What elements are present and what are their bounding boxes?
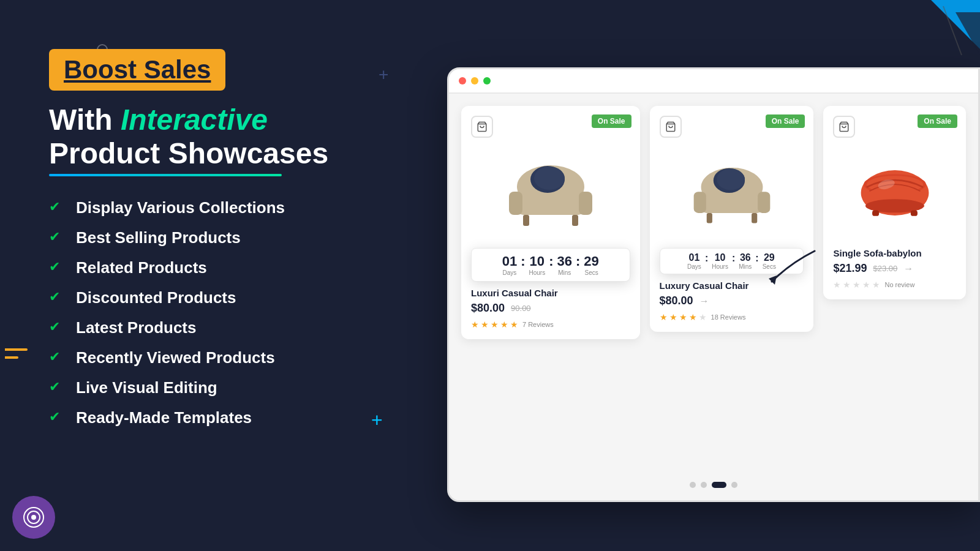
feature-item: ✔ Best Selling Products [49, 228, 392, 247]
dot-2[interactable] [701, 482, 707, 488]
check-icon-best-selling: ✔ [49, 229, 67, 247]
svg-rect-16 [572, 215, 578, 226]
svg-rect-22 [693, 192, 706, 213]
browser-dot-expand [483, 77, 491, 84]
svg-rect-12 [517, 198, 584, 215]
sofa-svg-1 [502, 156, 600, 230]
sofa-svg-2 [686, 159, 778, 227]
check-icon-related: ✔ [49, 259, 67, 277]
browser-dot-minimize [471, 77, 478, 84]
feature-item: ✔ Recently Viewed Products [49, 348, 392, 367]
svg-point-11 [534, 167, 565, 190]
product-card-1: On Sale [461, 106, 640, 339]
countdown-sep: : [549, 255, 553, 276]
with-text: With [49, 103, 113, 136]
star-5: ★ [510, 320, 518, 329]
star-2: ★ [669, 312, 677, 322]
svg-rect-32 [872, 211, 879, 216]
features-list: ✔ Display Various Collections ✔ Best Sel… [49, 198, 392, 427]
check-icon-recently-viewed: ✔ [49, 349, 67, 367]
feature-item: ✔ Latest Products [49, 318, 392, 337]
interactive-text: Interactive [121, 103, 268, 136]
left-content: Boost Sales With Interactive Product Sho… [49, 49, 392, 427]
svg-rect-21 [701, 197, 763, 213]
countdown-secs-1: 29 Secs [584, 253, 598, 276]
price-arrow-2: → [699, 296, 709, 307]
browser-frame: On Sale [447, 67, 980, 502]
product-stars-2: ★ ★ ★ ★ ★ 18 Reviews [660, 312, 804, 322]
price-current-3: $21.99 [833, 262, 867, 275]
on-sale-badge-1: On Sale [592, 114, 631, 128]
feature-label-related: Related Products [76, 258, 207, 277]
feature-item: ✔ Ready-Made Templates [49, 408, 392, 427]
browser-top-bar [449, 69, 978, 94]
price-old-1: 90.00 [511, 304, 531, 313]
product-name-3: Single Sofa-babylon [833, 248, 956, 258]
star-3: ★ [679, 312, 687, 322]
dot-4[interactable] [731, 482, 737, 488]
feature-label-discounted: Discounted Products [76, 288, 236, 307]
feature-label-recently-viewed: Recently Viewed Products [76, 348, 275, 367]
star-4: ★ [862, 280, 870, 290]
countdown-hours-1: 10 Hours [529, 253, 546, 276]
product-image-2 [660, 144, 804, 242]
price-arrow-3: → [903, 263, 913, 274]
sofa-svg-3 [849, 156, 941, 230]
countdown-hours-2: 10 Hours [712, 252, 728, 270]
svg-rect-13 [509, 192, 522, 215]
svg-marker-35 [769, 276, 777, 285]
dot-1[interactable] [690, 482, 696, 488]
svg-point-20 [717, 169, 745, 190]
cart-button-3[interactable] [833, 116, 855, 138]
countdown-sep: : [576, 255, 580, 276]
price-current-2: $80.00 [660, 294, 693, 307]
feature-item: ✔ Related Products [49, 258, 392, 277]
product-image-1 [471, 144, 630, 242]
countdown-mins-1: 36 Mins [557, 253, 572, 276]
product-image-3 [833, 144, 956, 242]
product-name-1: Luxuri Casual Chair [471, 288, 630, 298]
check-icon-discounted: ✔ [49, 289, 67, 307]
star-3: ★ [853, 280, 861, 290]
dot-3[interactable] [712, 482, 726, 488]
check-icon-templates: ✔ [49, 409, 67, 427]
check-icon-live-editing: ✔ [49, 379, 67, 397]
check-icon-collections: ✔ [49, 199, 67, 217]
star-1: ★ [471, 320, 479, 329]
main-headline: With Interactive Product Showcases [49, 103, 392, 170]
star-2: ★ [481, 320, 489, 329]
countdown-timer-1: 01 Days : 10 Hours : 36 Mins [471, 248, 630, 282]
browser-dot-close [459, 77, 466, 84]
on-sale-badge-3: On Sale [918, 114, 957, 128]
cart-button-2[interactable] [660, 116, 682, 138]
browser-content: On Sale [449, 94, 978, 500]
feature-label-best-selling: Best Selling Products [76, 228, 241, 247]
arrow-decoration [766, 239, 827, 288]
reviews-count-2: 18 Reviews [711, 313, 746, 321]
feature-label-live-editing: Live Visual Editing [76, 378, 217, 397]
feature-item: ✔ Display Various Collections [49, 198, 392, 217]
cart-button-1[interactable] [471, 116, 493, 138]
headline-underline [49, 174, 282, 176]
svg-rect-25 [752, 213, 757, 223]
countdown-sep-2: : [705, 253, 708, 269]
star-3: ★ [491, 320, 499, 329]
product-price-3: $21.99 $23.00 → [833, 262, 956, 275]
star-5: ★ [872, 280, 880, 290]
countdown-mins-2: 36 Mins [739, 252, 752, 270]
right-section: On Sale [410, 37, 980, 539]
countdown-days-2: 01 Days [687, 252, 701, 270]
feature-item: ✔ Discounted Products [49, 288, 392, 307]
on-sale-badge-2: On Sale [766, 114, 805, 128]
product-price-1: $80.00 90.00 [471, 302, 630, 315]
reviews-count-3: No review [884, 281, 914, 288]
star-5: ★ [699, 312, 707, 322]
svg-rect-33 [911, 211, 918, 216]
product-price-2: $80.00 → [660, 294, 804, 307]
countdown-days-1: 01 Days [502, 253, 517, 276]
check-icon-latest: ✔ [49, 319, 67, 337]
svg-rect-15 [523, 215, 529, 226]
countdown-sep-2: : [732, 253, 735, 269]
star-4: ★ [689, 312, 697, 322]
subtitle-text: Product Showcases [49, 137, 328, 170]
